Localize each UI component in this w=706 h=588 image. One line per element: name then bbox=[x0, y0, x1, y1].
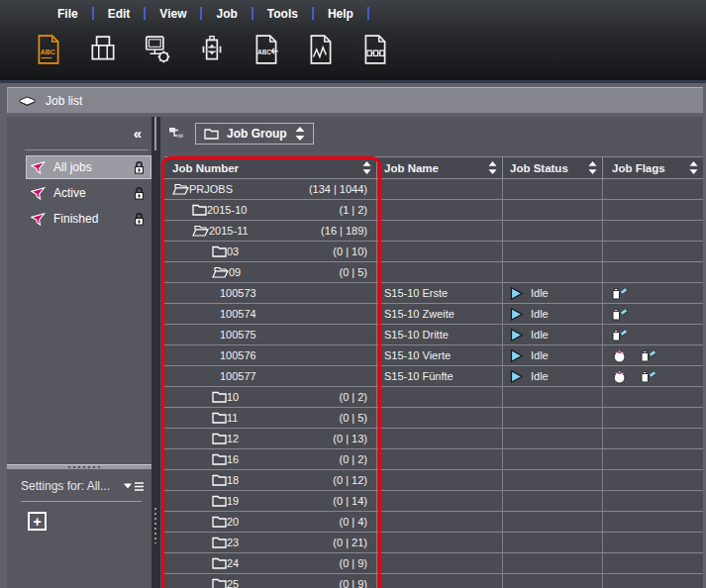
device-setup-icon[interactable] bbox=[197, 34, 227, 65]
lock-icon bbox=[134, 160, 145, 174]
doc-script-icon[interactable] bbox=[306, 34, 336, 65]
job-flags-cell bbox=[603, 345, 703, 365]
job-group-cell: 10(0 | 2) bbox=[164, 387, 377, 407]
table-row[interactable]: 24(0 | 9) bbox=[164, 553, 703, 574]
table-row[interactable]: 2015-11(16 | 189) bbox=[164, 221, 703, 242]
job-status-cell: Idle bbox=[503, 283, 603, 303]
table-row[interactable]: 100573S15-10 ErsteIdle bbox=[164, 283, 703, 304]
sort-arrows-icon bbox=[689, 161, 698, 174]
job-name: S15-10 Dritte bbox=[384, 329, 449, 341]
filter-label: Active bbox=[53, 186, 127, 200]
filter-funnel-icon bbox=[31, 161, 47, 174]
table-row[interactable]: 100574S15-10 ZweiteIdle bbox=[164, 304, 703, 325]
svg-text:ABC: ABC bbox=[41, 49, 55, 55]
table-row[interactable]: PRJOBS(134 | 1044) bbox=[164, 179, 703, 200]
job-flags-cell bbox=[603, 470, 703, 490]
job-flags-cell bbox=[603, 366, 703, 386]
job-list-window: Job list « All jobsActiveFinished Settin… bbox=[0, 86, 706, 588]
job-group-cell: PRJOBS(134 | 1044) bbox=[164, 179, 377, 199]
column-header-job-number[interactable]: Job Number bbox=[164, 157, 377, 178]
folder-closed-icon bbox=[212, 433, 227, 444]
table-row[interactable]: 25(0 | 9) bbox=[164, 574, 703, 588]
sidebar-filter-active[interactable]: Active bbox=[27, 182, 151, 204]
sort-arrows-icon bbox=[362, 161, 371, 174]
menu-item-help[interactable]: Help bbox=[314, 7, 367, 21]
job-flags-cell bbox=[603, 449, 703, 469]
column-header-job-name[interactable]: Job Name bbox=[377, 157, 503, 178]
group-count: (0 | 9) bbox=[339, 578, 376, 588]
table-row[interactable]: 100575S15-10 DritteIdle bbox=[164, 325, 703, 345]
table-row[interactable]: 16(0 | 2) bbox=[164, 449, 703, 470]
sort-arrows-icon bbox=[295, 127, 305, 141]
table-row[interactable]: 03(0 | 10) bbox=[164, 242, 703, 262]
job-name-cell bbox=[377, 449, 503, 469]
doc-text-import-icon[interactable]: ABC bbox=[252, 34, 281, 65]
settings-panel: Settings for: All... + bbox=[7, 469, 151, 531]
column-header-label: Job Number bbox=[172, 162, 362, 174]
joblist-doc-icon[interactable]: ABC bbox=[34, 34, 63, 65]
job-status-text: Idle bbox=[531, 287, 549, 299]
folder-closed-icon bbox=[212, 495, 227, 507]
sidebar-filter-all-jobs[interactable]: All jobs bbox=[27, 156, 151, 178]
job-group-cell: 18(0 | 12) bbox=[164, 470, 377, 490]
filter-label: Finished bbox=[53, 212, 127, 226]
table-row[interactable]: 2015-10(1 | 2) bbox=[164, 200, 703, 221]
job-group-label: Job Group bbox=[227, 127, 287, 141]
job-flags-cell bbox=[603, 387, 703, 407]
table-row[interactable]: 100577S15-10 FünfteIdle bbox=[164, 366, 703, 387]
column-header-job-flags[interactable]: Job Flags bbox=[603, 157, 703, 178]
doc-barcode-icon[interactable] bbox=[360, 34, 390, 65]
window-title: Job list bbox=[46, 94, 82, 108]
menu-item-view[interactable]: View bbox=[146, 7, 200, 21]
table-row[interactable]: 23(0 | 21) bbox=[164, 533, 703, 553]
job-status-cell bbox=[503, 200, 603, 220]
joblist-book-icon bbox=[18, 94, 37, 107]
table-row[interactable]: 20(0 | 4) bbox=[164, 512, 703, 533]
job-name-cell bbox=[377, 470, 503, 490]
sidebar-collapse-button[interactable]: « bbox=[134, 125, 142, 142]
table-row[interactable]: 100576S15-10 VierteIdle bbox=[164, 345, 703, 366]
menu-item-job[interactable]: Job bbox=[202, 7, 251, 21]
group-label: 10 bbox=[227, 391, 239, 403]
group-label: 16 bbox=[227, 453, 239, 465]
table-row[interactable]: 10(0 | 2) bbox=[164, 387, 703, 408]
workstation-settings-icon[interactable] bbox=[143, 34, 172, 65]
job-status-cell bbox=[503, 574, 603, 588]
job-flags-cell bbox=[603, 533, 703, 552]
job-status-cell bbox=[503, 429, 603, 448]
menu-item-tools[interactable]: Tools bbox=[253, 7, 312, 21]
job-table: Job NumberJob NameJob StatusJob Flags PR… bbox=[164, 156, 703, 588]
group-label: 03 bbox=[227, 245, 239, 257]
vertical-splitter[interactable] bbox=[151, 117, 160, 588]
job-status-cell bbox=[503, 221, 603, 241]
lock-icon bbox=[134, 212, 145, 226]
column-header-label: Job Status bbox=[510, 162, 580, 174]
table-row[interactable]: 18(0 | 12) bbox=[164, 470, 703, 491]
job-number-cell: 100576 bbox=[164, 345, 377, 365]
column-header-job-status[interactable]: Job Status bbox=[503, 157, 603, 178]
table-row[interactable]: 09(0 | 5) bbox=[164, 262, 703, 283]
job-group-button[interactable]: Job Group bbox=[195, 123, 314, 145]
job-status-cell bbox=[503, 512, 603, 532]
group-label: 12 bbox=[227, 433, 239, 444]
folder-closed-icon bbox=[212, 391, 227, 403]
table-row[interactable]: 11(0 | 5) bbox=[164, 408, 703, 429]
job-flags-cell bbox=[603, 304, 703, 324]
job-number-cell: 100574 bbox=[164, 304, 377, 324]
menu-item-edit[interactable]: Edit bbox=[94, 7, 145, 21]
filter-sidebar: « All jobsActiveFinished Settings for: A… bbox=[7, 117, 151, 588]
add-setting-button[interactable]: + bbox=[28, 512, 47, 531]
job-group-cell: 20(0 | 4) bbox=[164, 512, 377, 532]
sidebar-horizontal-splitter[interactable] bbox=[7, 464, 151, 469]
settings-menu-dropdown-icon[interactable] bbox=[124, 481, 144, 492]
menu-item-file[interactable]: File bbox=[44, 7, 92, 21]
menu-separator bbox=[367, 7, 369, 20]
collapse-tree-icon[interactable] bbox=[168, 127, 185, 140]
job-name: S15-10 Vierte bbox=[384, 349, 451, 361]
printer-icon[interactable] bbox=[88, 34, 118, 65]
group-label: 25 bbox=[227, 578, 239, 588]
table-row[interactable]: 19(0 | 14) bbox=[164, 491, 703, 512]
sidebar-filter-finished[interactable]: Finished bbox=[27, 208, 151, 230]
job-status-cell bbox=[503, 262, 603, 282]
table-row[interactable]: 12(0 | 13) bbox=[164, 429, 703, 449]
